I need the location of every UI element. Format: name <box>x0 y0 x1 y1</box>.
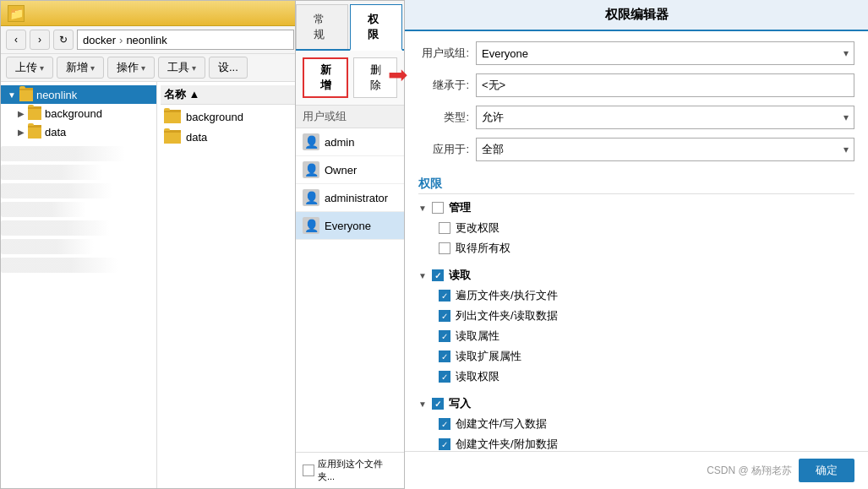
address-bar[interactable]: docker › neonlink <box>77 30 294 50</box>
sidebar-item-neonlink[interactable]: ▼ neonlink <box>1 85 156 104</box>
user-name-everyone: Everyone <box>325 220 371 232</box>
chevron-down-icon[interactable]: ▼ <box>418 204 427 213</box>
address-separator: › <box>119 34 123 46</box>
inherit-label: 继承于: <box>418 78 469 93</box>
perm-item-list-folder: ✓ 列出文件夹/读取数据 <box>418 306 854 326</box>
upload-arrow-icon: ▾ <box>40 63 44 73</box>
read-ext-attrs-label: 读取扩展属性 <box>456 349 521 364</box>
tab-general[interactable]: 常规 <box>296 4 348 49</box>
user-item-owner[interactable]: 👤 Owner <box>296 156 404 184</box>
new-arrow-icon: ▾ <box>90 63 95 73</box>
user-group-value: Everyone <box>482 47 528 60</box>
apply-to-folder-row: 应用到这个文件夹... <box>296 452 404 488</box>
create-folder-checkbox[interactable]: ✓ <box>439 438 450 450</box>
file-item-data[interactable]: data <box>161 127 296 147</box>
add-permission-button[interactable]: 新增 <box>303 57 348 98</box>
traverse-checkbox[interactable]: ✓ <box>439 290 450 302</box>
read-perms-checkbox[interactable]: ✓ <box>439 371 450 383</box>
permission-editor-panel: 权限编辑器 用户或组: Everyone ▾ 继承于: <无> 类型: 允许 ▾… <box>404 0 868 489</box>
user-avatar-administrator: 👤 <box>303 189 319 206</box>
perm-group-read-header: ▼ ✓ 读取 <box>418 265 854 285</box>
apply-row: 应用于: 全部 ▾ <box>418 138 854 161</box>
perm-group-read: ▼ ✓ 读取 ✓ 遍历文件夹/执行文件 ✓ 列出文件夹/读取数据 ✓ 读取属性 … <box>418 265 854 387</box>
chevron-icon: ▼ <box>8 90 16 100</box>
apply-label: 应用于: <box>418 142 469 157</box>
forward-button[interactable]: › <box>30 30 50 50</box>
back-button[interactable]: ‹ <box>6 30 26 50</box>
perm-group-manage: ▼ 管理 更改权限 取得所有权 <box>418 198 854 258</box>
dropdown-arrow-icon: ▾ <box>843 111 849 123</box>
dropdown-arrow-icon: ▾ <box>843 47 849 59</box>
read-attrs-label: 读取属性 <box>456 329 500 344</box>
write-group-checkbox[interactable]: ✓ <box>432 398 444 410</box>
user-item-administrator[interactable]: 👤 administrator <box>296 184 404 212</box>
folder-icon <box>28 106 41 120</box>
user-list: 👤 admin 👤 Owner 👤 administrator 👤 Everyo… <box>296 128 404 452</box>
actions-button[interactable]: 操作 ▾ <box>107 57 155 79</box>
apply-select[interactable]: 全部 ▾ <box>476 138 854 161</box>
chevron-down-icon[interactable]: ▼ <box>418 271 427 280</box>
read-ext-attrs-checkbox[interactable]: ✓ <box>439 350 450 362</box>
user-group-row: 用户或组: Everyone ▾ <box>418 41 854 65</box>
type-select[interactable]: 允许 ▾ <box>476 106 854 129</box>
apply-checkbox[interactable] <box>303 465 314 476</box>
read-group-label: 读取 <box>449 268 471 283</box>
chevron-down-icon[interactable]: ▼ <box>418 399 427 409</box>
inherit-value: <无> <box>476 73 854 97</box>
user-list-header: 用户或组 <box>296 106 404 128</box>
traverse-label: 遍历文件夹/执行文件 <box>456 288 558 303</box>
chevron-icon: ▶ <box>18 109 25 118</box>
sidebar-item-label: neonlink <box>36 89 77 101</box>
tools-arrow-icon: ▾ <box>192 63 196 73</box>
editor-form: 用户或组: Everyone ▾ 继承于: <无> 类型: 允许 ▾ 应用于: … <box>405 31 868 171</box>
sidebar-item-background[interactable]: ▶ background <box>1 104 156 122</box>
manage-group-checkbox[interactable] <box>432 202 444 214</box>
change-perms-checkbox[interactable] <box>439 222 450 234</box>
perm-item-change-perms: 更改权限 <box>418 218 854 238</box>
perm-group-write: ▼ ✓ 写入 ✓ 创建文件/写入数据 ✓ 创建文件夹/附加数据 <box>418 394 854 451</box>
read-group-checkbox[interactable]: ✓ <box>432 269 444 281</box>
tab-permissions[interactable]: 权限 <box>350 4 402 51</box>
tools-button[interactable]: 工具 ▾ <box>158 57 205 79</box>
user-avatar-owner: 👤 <box>303 161 319 178</box>
user-name-admin: admin <box>325 136 354 149</box>
read-attrs-checkbox[interactable]: ✓ <box>439 330 450 342</box>
nav-toolbar: ‹ › ↻ docker › neonlink <box>1 26 299 54</box>
file-item-background[interactable]: background <box>161 106 296 127</box>
chevron-icon: ▶ <box>18 128 25 137</box>
create-file-label: 创建文件/写入数据 <box>456 416 547 432</box>
apply-value: 全部 <box>482 142 504 157</box>
address-part-neonlink: neonlink <box>126 34 167 46</box>
perm-group-manage-header: ▼ 管理 <box>418 198 854 218</box>
new-button[interactable]: 新增 ▾ <box>57 57 104 79</box>
type-value: 允许 <box>482 110 504 125</box>
upload-button[interactable]: 上传 ▾ <box>6 57 53 79</box>
arrow-indicator: ➡ <box>388 61 407 89</box>
perm-item-create-file: ✓ 创建文件/写入数据 <box>418 414 854 434</box>
settings-button[interactable]: 设... <box>209 57 248 79</box>
list-folder-label: 列出文件夹/读取数据 <box>456 308 558 323</box>
list-folder-checkbox[interactable]: ✓ <box>439 310 450 322</box>
sidebar-item-data[interactable]: ▶ data <box>1 122 156 141</box>
action-toolbar: 上传 ▾ 新增 ▾ 操作 ▾ 工具 ▾ 设... <box>1 54 299 82</box>
address-part-docker: docker <box>83 34 116 46</box>
create-folder-label: 创建文件夹/附加数据 <box>456 437 558 451</box>
perm-item-traverse: ✓ 遍历文件夹/执行文件 <box>418 285 854 306</box>
perm-item-create-folder: ✓ 创建文件夹/附加数据 <box>418 434 854 451</box>
refresh-button[interactable]: ↻ <box>53 30 74 50</box>
editor-footer: CSDN @ 杨翔老苏 确定 <box>405 451 868 489</box>
user-avatar-everyone: 👤 <box>303 217 319 234</box>
user-item-everyone[interactable]: 👤 Everyone <box>296 212 404 240</box>
user-group-select[interactable]: Everyone ▾ <box>476 41 854 65</box>
take-ownership-label: 取得所有权 <box>456 241 510 256</box>
type-row: 类型: 允许 ▾ <box>418 106 854 129</box>
create-file-checkbox[interactable]: ✓ <box>439 418 450 430</box>
sidebar-item-label: data <box>45 126 66 139</box>
perm-item-read-perms: ✓ 读取权限 <box>418 367 854 387</box>
write-group-label: 写入 <box>449 396 471 411</box>
file-list: 名称 ▲ background data <box>157 82 299 488</box>
take-ownership-checkbox[interactable] <box>439 242 450 254</box>
confirm-button[interactable]: 确定 <box>799 459 854 482</box>
user-item-admin[interactable]: 👤 admin <box>296 128 404 156</box>
perm-item-read-attrs: ✓ 读取属性 <box>418 326 854 346</box>
